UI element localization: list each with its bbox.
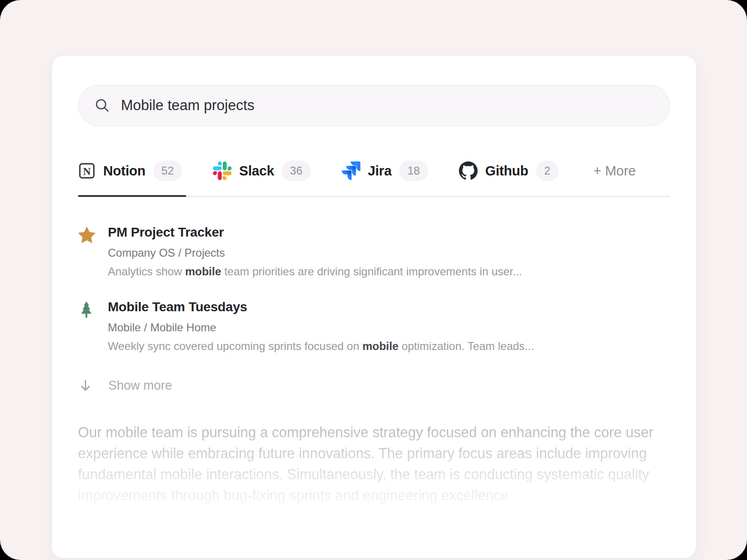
- search-input[interactable]: [121, 97, 654, 114]
- search-bar[interactable]: [78, 85, 670, 126]
- result-snippet: Analytics show mobile team priorities ar…: [108, 265, 522, 278]
- tab-github-label: Github: [485, 163, 528, 179]
- tab-slack[interactable]: Slack 36: [213, 161, 311, 181]
- snippet-highlight: mobile: [362, 340, 398, 352]
- tab-notion-count-badge: 52: [153, 161, 183, 181]
- result-snippet: Weekly sync covered upcoming sprints foc…: [108, 340, 534, 353]
- show-more-button[interactable]: Show more: [78, 378, 670, 393]
- github-icon: [459, 161, 478, 180]
- result-breadcrumb: Mobile / Mobile Home: [108, 321, 534, 334]
- jira-icon: [342, 161, 360, 180]
- result-body: Mobile Team Tuesdays Mobile / Mobile Hom…: [108, 300, 534, 353]
- search-card: N Notion 52: [51, 55, 697, 559]
- result-breadcrumb: Company OS / Projects: [108, 246, 522, 259]
- tabs-divider: [78, 196, 670, 197]
- search-icon: [94, 98, 110, 113]
- tab-github-count-badge: 2: [536, 161, 559, 181]
- tab-notion[interactable]: N Notion 52: [78, 161, 182, 181]
- search-result-pm-project-tracker[interactable]: PM Project Tracker Company OS / Projects…: [78, 225, 670, 278]
- tree-icon: [78, 300, 97, 320]
- active-tab-indicator: [78, 195, 186, 197]
- snippet-text: Weekly sync covered upcoming sprints foc…: [108, 340, 362, 352]
- result-body: PM Project Tracker Company OS / Projects…: [108, 225, 522, 278]
- search-overlay-screen: N Notion 52: [0, 0, 747, 560]
- tab-github[interactable]: Github 2: [459, 161, 559, 181]
- arrow-down-icon: [78, 378, 93, 393]
- summary-preview-text: Our mobile team is pursuing a comprehens…: [78, 422, 670, 506]
- show-more-label: Show more: [108, 378, 172, 393]
- tab-notion-label: Notion: [103, 163, 146, 179]
- tab-slack-count-badge: 36: [282, 161, 311, 181]
- search-result-mobile-team-tuesdays[interactable]: Mobile Team Tuesdays Mobile / Mobile Hom…: [78, 300, 670, 353]
- star-icon: [78, 225, 97, 244]
- result-title: Mobile Team Tuesdays: [108, 300, 534, 315]
- snippet-text: Analytics show: [108, 265, 185, 278]
- snippet-text: optimization. Team leads...: [399, 340, 534, 352]
- notion-icon: N: [78, 162, 96, 180]
- snippet-highlight: mobile: [185, 265, 221, 278]
- svg-text:N: N: [83, 166, 91, 177]
- tab-more[interactable]: + More: [593, 163, 636, 179]
- snippet-text: team priorities are driving significant …: [221, 265, 522, 278]
- source-tabs: N Notion 52: [78, 161, 670, 181]
- tab-jira[interactable]: Jira 18: [342, 161, 429, 181]
- slack-icon: [213, 161, 232, 180]
- result-title: PM Project Tracker: [108, 225, 522, 240]
- tab-jira-label: Jira: [368, 163, 392, 179]
- tab-jira-count-badge: 18: [399, 161, 429, 181]
- tab-slack-label: Slack: [239, 163, 274, 179]
